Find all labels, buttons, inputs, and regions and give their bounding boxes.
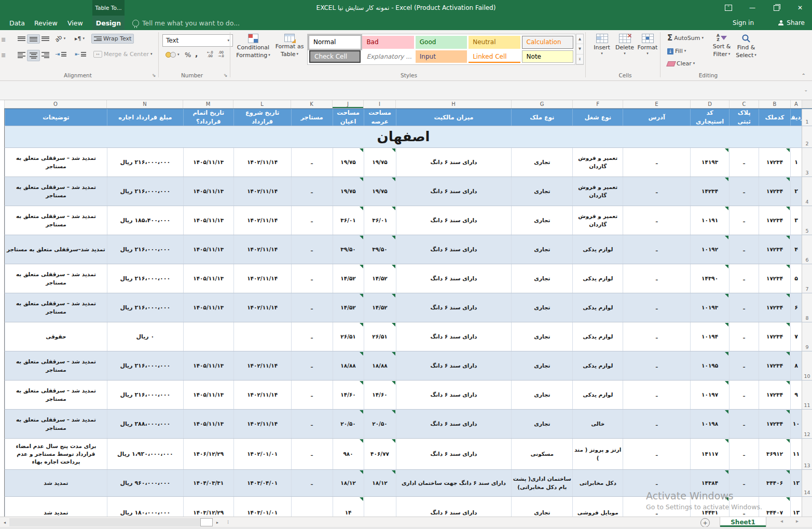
cell-start-date[interactable]: ۱۴۰۲/۱۱/۱۴ — [233, 148, 291, 177]
cell-property-type[interactable]: تجاری — [511, 177, 572, 206]
cell-pelak[interactable]: ـ — [729, 381, 759, 409]
cell-code-melk[interactable]: ۳۶۹۱۲ — [759, 439, 790, 469]
cell-area-ayan[interactable]: ۱۸/۸۸ — [333, 351, 364, 380]
cell-lease-code[interactable]: ۱۰۱۹۴ — [690, 322, 729, 351]
cell-notes[interactable]: تمدید شد–سرقفلی متعلق به مستاجر — [5, 235, 107, 264]
cell-property-type[interactable]: تجاری — [511, 206, 572, 235]
cell-lease-code[interactable]: ۱۴۳۹۰ — [690, 264, 729, 293]
row-number[interactable]: 14 — [802, 470, 812, 496]
cell-radif[interactable]: ۱۳ — [790, 497, 802, 517]
cell-address[interactable]: ـ — [623, 410, 690, 438]
header-lease-code[interactable]: کد استیجاری — [690, 109, 729, 126]
cell-ownership[interactable]: دارای سند ۶ دانگ — [396, 264, 512, 293]
format-as-table-button[interactable]: Format as Table▾ — [273, 34, 306, 58]
hscroll-thumb[interactable] — [200, 518, 213, 526]
style-note[interactable]: Note — [522, 50, 573, 63]
tab-view[interactable]: View — [63, 16, 87, 30]
header-tenant[interactable]: مستاجر — [291, 109, 333, 126]
delete-cells-button[interactable]: ✕ Delete▾ — [613, 34, 636, 56]
cell-start-date[interactable]: ۱۴۰۲/۱۱/۱۴ — [233, 235, 291, 264]
style-calculation[interactable]: Calculation — [522, 36, 573, 49]
cell-end-date[interactable]: ۱۴۰۵/۱۱/۱۳ — [183, 351, 233, 380]
cell-radif[interactable]: ۱۱ — [790, 439, 802, 469]
cell-address[interactable]: ـ — [623, 497, 690, 517]
clear-button[interactable]: Clear▾ — [665, 59, 697, 68]
cell-amount[interactable]: ۲۱۶،۰۰۰،۰۰۰ ریال — [107, 293, 183, 322]
cell-code-melk[interactable]: ۳۴۴۰۶ — [759, 470, 790, 496]
cell-notes[interactable]: تمدید شد — [5, 470, 107, 496]
cell-job[interactable]: لوازم یدکی — [572, 293, 623, 322]
align-bottom-button[interactable] — [39, 34, 51, 43]
cell-job[interactable]: لوازم یدکی — [572, 264, 623, 293]
cell-pelak[interactable]: ـ — [729, 470, 759, 496]
cell-address[interactable]: ـ — [623, 381, 690, 409]
cell-area-ayan[interactable]: ۳۹/۵۰ — [333, 235, 364, 264]
cell-lease-code[interactable]: ۱۴۴۳۱ — [690, 497, 729, 517]
cell-area-ayan[interactable]: ۳۶/۰۱ — [333, 206, 364, 235]
cell-tenant[interactable]: ـ — [291, 381, 333, 409]
row-number[interactable]: 15 — [802, 497, 812, 517]
column-letter-N[interactable]: N — [106, 100, 183, 108]
cell-tenant[interactable] — [291, 497, 333, 517]
cell-lease-code[interactable]: ۱۰۱۹۱ — [690, 206, 729, 235]
cell-job[interactable]: تعمیر و فروش گاردان — [572, 148, 623, 177]
cell-code-melk[interactable]: ۱۷۲۳۴ — [759, 410, 790, 438]
text-direction-button[interactable]: ▸¶▾ — [73, 34, 87, 43]
row-number[interactable]: 7 — [802, 264, 812, 293]
cell-end-date[interactable]: ۱۴۰۵/۱۱/۱۳ — [183, 148, 233, 177]
cell-radif[interactable]: ۲ — [790, 177, 802, 206]
cell-radif[interactable]: ۳ — [790, 206, 802, 235]
cell-lease-code[interactable]: ۱۴۱۹۳ — [690, 148, 729, 177]
cell-ownership[interactable]: دارای سند ۶ دانگ — [396, 235, 512, 264]
find-select-button[interactable]: Find & Select▾ — [734, 34, 758, 59]
style-linked-cell[interactable]: Linked Cell — [469, 50, 520, 63]
cell-property-type[interactable]: مسکونی — [511, 439, 572, 469]
cell-job[interactable]: لوازم یدکی — [572, 235, 623, 264]
cell-code-melk[interactable]: ۱۷۲۳۴ — [759, 293, 790, 322]
cell-lease-code[interactable]: ۱۰۱۹۳ — [690, 293, 729, 322]
cell-address[interactable]: ـ — [623, 206, 690, 235]
hscroll-left-icon[interactable]: ◂ — [0, 518, 9, 526]
cell-property-type[interactable]: تجاری — [511, 322, 572, 351]
cell-tenant[interactable]: ـ — [291, 235, 333, 264]
cell-start-date[interactable]: ۱۴۰۲/۱۱/۱۴ — [233, 177, 291, 206]
cell-address[interactable]: ـ — [623, 177, 690, 206]
sort-filter-button[interactable]: AZ Sort & Filter▾ — [710, 34, 734, 58]
new-sheet-button[interactable]: + — [700, 518, 710, 527]
row-number[interactable]: 5 — [802, 206, 812, 235]
cell-job[interactable]: لوازم یدکی — [572, 322, 623, 351]
cell-start-date[interactable]: ۱۴۰۲/۰۱/۰۱ — [233, 439, 291, 469]
cell-code-melk[interactable]: ۱۷۲۳۴ — [759, 381, 790, 409]
cell-tenant[interactable]: ـ — [291, 470, 333, 496]
cell-job[interactable]: تعمیر و فروش گاردان — [572, 206, 623, 235]
cell-start-date[interactable]: ۱۴۰۲/۱۱/۱۴ — [233, 381, 291, 409]
column-letter-J[interactable]: J — [332, 100, 363, 108]
row-number[interactable]: 3 — [802, 148, 812, 177]
cell-amount[interactable]: ۱،۹۲۰،۰۰۰،۰۰۰ ریال — [107, 439, 183, 469]
cell-start-date[interactable]: ۱۴۰۲/۱۱/۱۴ — [233, 351, 291, 380]
cell-address[interactable]: ـ — [623, 293, 690, 322]
cell-job[interactable]: لوازم یدکی — [572, 351, 623, 380]
cell-code-melk[interactable]: ۱۷۲۳۴ — [759, 206, 790, 235]
cell-amount[interactable]: ۲۱۶،۰۰۰،۰۰۰ ریال — [107, 381, 183, 409]
cell-notes[interactable]: تمدید شد – سرقفلی متعلق به مستاجر — [5, 351, 107, 380]
percent-style-button[interactable]: % — [183, 50, 193, 60]
cell-notes[interactable]: برای مدت پنج سال عدم امضاء قرارداد توسط … — [5, 439, 107, 469]
column-letter-I[interactable]: I — [363, 100, 395, 108]
cell-job[interactable]: دکل مخابراتی — [572, 470, 623, 496]
cell-property-type[interactable]: تجاری — [511, 410, 572, 438]
cell-area-arseh[interactable]: ۴۰۶/۷۷ — [364, 439, 396, 469]
cell-area-ayan[interactable]: ۱۴ — [333, 497, 364, 517]
cell-job[interactable]: ارتز و پروتز ( متد ) — [572, 439, 623, 469]
fill-button[interactable]: ↓ Fill▾ — [665, 47, 688, 56]
cell-job[interactable]: موبایل فروشی — [572, 497, 623, 517]
decrease-indent-button[interactable]: ⇤ — [73, 50, 88, 59]
cell-area-arseh[interactable]: ۲۰/۵۰ — [364, 410, 396, 438]
cell-area-ayan[interactable]: ۱۹/۷۵ — [333, 148, 364, 177]
cell-area-arseh[interactable]: ۳۹/۵۰ — [364, 235, 396, 264]
cell-address[interactable]: ـ — [623, 439, 690, 469]
style-neutral[interactable]: Neutral — [469, 36, 520, 49]
cell-start-date[interactable] — [233, 322, 291, 351]
header-start-date[interactable]: تاریخ شروع قرارداد — [233, 109, 291, 126]
cell-notes[interactable]: تمدید شد – سرقفلی متعلق به مستاجر — [5, 264, 107, 293]
